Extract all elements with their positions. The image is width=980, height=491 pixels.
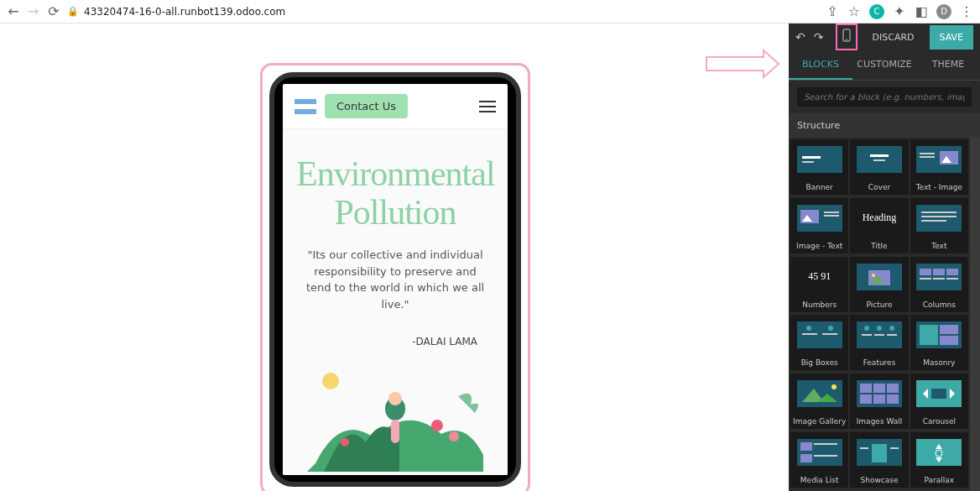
svg-rect-58 (940, 336, 958, 345)
svg-rect-13 (802, 156, 821, 159)
phone-screen[interactable]: Contact Us Environmental Pollution "Its … (283, 84, 508, 475)
page-content[interactable]: Environmental Pollution "Its our collect… (283, 129, 508, 475)
lock-icon: 🔒 (67, 6, 79, 17)
redo-icon[interactable]: ↷ (814, 30, 824, 44)
block-thumb (916, 321, 962, 348)
block-image-text[interactable]: Image - Text (790, 198, 848, 253)
block-numbers[interactable]: 45 91Numbers (790, 257, 848, 312)
block-text-image[interactable]: Text - Image (910, 139, 968, 195)
block-columns[interactable]: Columns (910, 257, 968, 312)
block-thumb (857, 380, 902, 407)
block-thumb (857, 264, 902, 290)
reload-icon[interactable]: ⟳ (47, 5, 60, 18)
flag-icon[interactable] (295, 99, 316, 114)
block-image-gallery[interactable]: Image Gallery (790, 373, 848, 429)
svg-rect-68 (873, 394, 885, 404)
svg-point-8 (449, 431, 459, 441)
svg-rect-64 (860, 384, 872, 393)
menu-icon[interactable]: ⋮ (960, 5, 973, 18)
extension-icon[interactable]: C (869, 4, 884, 19)
discard-button[interactable]: DISCARD (866, 25, 921, 50)
svg-rect-29 (921, 212, 957, 213)
block-label: Picture (867, 297, 893, 312)
page-heading[interactable]: Environmental Pollution (296, 154, 494, 232)
svg-rect-53 (874, 334, 884, 336)
profile-avatar[interactable]: D (936, 4, 951, 19)
block-label: Showcase (861, 473, 899, 488)
forward-icon[interactable]: → (27, 5, 40, 18)
block-thumb (797, 321, 842, 348)
quote-text[interactable]: "Its our collective and individual respo… (296, 247, 494, 312)
block-thumb (916, 205, 962, 232)
block-media-list[interactable]: Media List (790, 432, 848, 488)
panel-icon[interactable]: ◧ (915, 5, 928, 18)
save-button[interactable]: SAVE (930, 25, 973, 50)
block-thumb (916, 264, 962, 290)
svg-point-11 (846, 39, 847, 40)
block-banner[interactable]: Banner (790, 139, 848, 195)
hamburger-menu-icon[interactable] (479, 101, 496, 112)
block-text[interactable]: Text (910, 198, 968, 253)
sidebar-tabs: BLOCKS CUSTOMIZE THEME (789, 50, 980, 81)
block-big-boxes[interactable]: Big Boxes (790, 315, 848, 370)
block-label: Media List (800, 473, 839, 488)
svg-rect-39 (946, 269, 958, 275)
hero-illustration[interactable] (296, 363, 494, 472)
block-thumb: Heading (857, 205, 902, 232)
puzzle-icon[interactable]: ✦ (893, 5, 906, 18)
block-features[interactable]: Features (850, 315, 908, 370)
share-icon[interactable]: ⇪ (826, 5, 839, 18)
svg-rect-59 (797, 380, 842, 407)
block-images-wall[interactable]: Images Wall (850, 373, 908, 429)
svg-rect-47 (822, 333, 837, 335)
svg-rect-78 (814, 455, 837, 457)
block-label: Parallax (925, 473, 955, 488)
tab-blocks[interactable]: BLOCKS (789, 50, 852, 80)
block-title[interactable]: HeadingTitle (850, 198, 908, 253)
block-cover[interactable]: Cover (850, 139, 908, 195)
svg-rect-40 (920, 278, 931, 279)
phone-device: Contact Us Environmental Pollution "Its … (269, 72, 521, 487)
block-carousel[interactable]: Carousel (910, 373, 968, 429)
svg-rect-1 (295, 104, 316, 109)
svg-rect-14 (802, 161, 814, 163)
block-masonry[interactable]: Masonry (910, 315, 968, 370)
svg-rect-26 (824, 212, 839, 213)
block-search-input[interactable] (797, 87, 972, 107)
svg-point-7 (431, 420, 443, 431)
block-picture[interactable]: Picture (850, 257, 908, 312)
svg-rect-42 (946, 278, 958, 279)
block-thumb (857, 146, 902, 173)
back-icon[interactable]: ← (7, 5, 20, 18)
svg-rect-36 (916, 264, 962, 290)
svg-rect-73 (931, 389, 946, 399)
undo-icon[interactable]: ↶ (795, 30, 805, 44)
block-showcase[interactable]: Showcase (850, 432, 908, 488)
mobile-preview-toggle[interactable] (836, 24, 858, 50)
block-label: Columns (923, 297, 956, 312)
block-thumb (797, 146, 842, 173)
block-label: Image Gallery (793, 414, 846, 429)
tab-customize[interactable]: CUSTOMIZE (852, 50, 916, 80)
quote-author[interactable]: -DALAI LAMA (296, 336, 494, 347)
svg-rect-31 (921, 220, 946, 222)
block-label: Images Wall (857, 414, 903, 429)
contact-us-button[interactable]: Contact Us (325, 94, 408, 118)
svg-rect-38 (933, 269, 945, 275)
section-structure: Structure (789, 113, 980, 138)
scrollbar[interactable] (970, 138, 980, 491)
star-icon[interactable]: ☆ (847, 5, 861, 18)
svg-rect-37 (920, 269, 931, 275)
block-label: Image - Text (796, 238, 842, 253)
block-label: Text (931, 238, 946, 253)
svg-point-49 (864, 326, 869, 331)
address-bar[interactable]: 🔒 43320474-16-0-all.runbot139.odoo.com (67, 6, 285, 18)
svg-point-45 (828, 326, 833, 331)
block-parallax[interactable]: Parallax (910, 432, 968, 488)
svg-rect-52 (862, 334, 872, 336)
svg-rect-46 (802, 333, 817, 335)
site-header: Contact Us (283, 84, 508, 129)
svg-rect-82 (890, 447, 899, 449)
block-label: Text - Image (916, 180, 962, 195)
tab-theme[interactable]: THEME (916, 50, 980, 80)
